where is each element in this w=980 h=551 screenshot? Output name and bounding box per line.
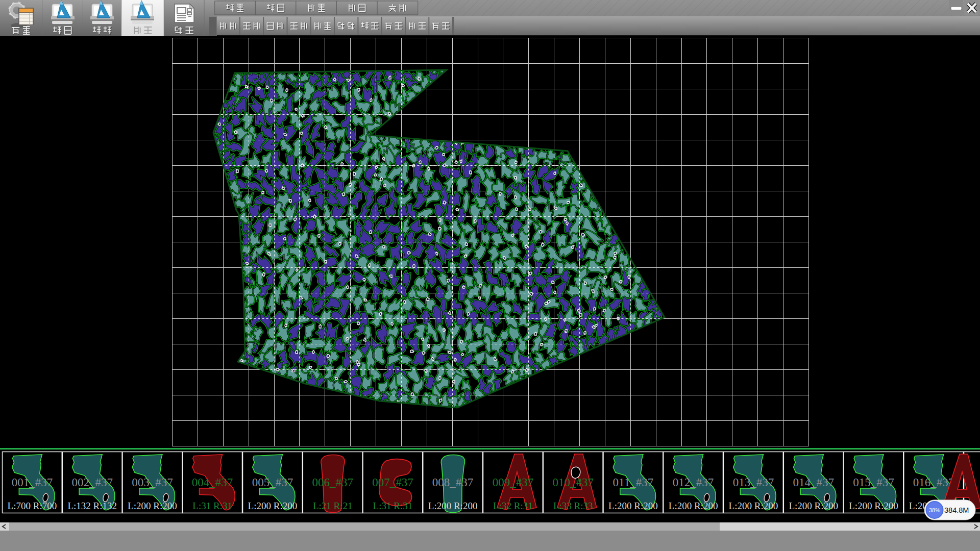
svg-text:011_#37: 011_#37 — [613, 476, 654, 489]
svg-text:001_#37: 001_#37 — [12, 476, 53, 489]
svg-text:L:33 R:33: L:33 R:33 — [553, 500, 593, 511]
svg-text:015_#37: 015_#37 — [853, 476, 894, 489]
svg-text:002_#37: 002_#37 — [71, 476, 113, 489]
svg-text:L:200 R:200: L:200 R:200 — [248, 500, 298, 511]
svg-text:014_#37: 014_#37 — [793, 476, 834, 489]
svg-text:L:200 R:200: L:200 R:200 — [428, 500, 478, 511]
svg-text:016_#37: 016_#37 — [913, 476, 954, 489]
svg-text:L:200 R:200: L:200 R:200 — [729, 500, 778, 511]
svg-text:L:200 R:200: L:200 R:200 — [789, 500, 838, 511]
svg-text:L:200 R:200: L:200 R:200 — [669, 500, 718, 511]
svg-text:013_#37: 013_#37 — [733, 476, 774, 489]
svg-text:003_#37: 003_#37 — [132, 476, 173, 489]
svg-text:384.8M: 384.8M — [944, 506, 969, 514]
svg-text:L:200 R:200: L:200 R:200 — [849, 500, 898, 511]
svg-text:L:200 R:200: L:200 R:200 — [608, 500, 658, 511]
svg-text:007_#37: 007_#37 — [372, 476, 413, 489]
svg-text:38%: 38% — [929, 507, 940, 513]
svg-text:L:31 R:31: L:31 R:31 — [373, 500, 413, 511]
svg-text:L:32 R:31: L:32 R:31 — [493, 500, 533, 511]
svg-text:009_#37: 009_#37 — [493, 476, 534, 489]
svg-text:006_#37: 006_#37 — [312, 476, 353, 489]
svg-text:004_#37: 004_#37 — [192, 476, 233, 489]
svg-text:L:31 R:31: L:31 R:31 — [192, 500, 232, 511]
svg-text:L:21 R:21: L:21 R:21 — [313, 500, 353, 511]
svg-text:010_#37: 010_#37 — [552, 476, 594, 489]
svg-text:012_#37: 012_#37 — [673, 476, 714, 489]
svg-text:L:132 R:132: L:132 R:132 — [67, 500, 117, 511]
svg-text:008_#37: 008_#37 — [432, 476, 474, 489]
svg-text:L:200 R:200: L:200 R:200 — [128, 500, 177, 511]
svg-text:L:700 R:700: L:700 R:700 — [8, 500, 57, 511]
svg-text:005_#37: 005_#37 — [252, 476, 293, 489]
